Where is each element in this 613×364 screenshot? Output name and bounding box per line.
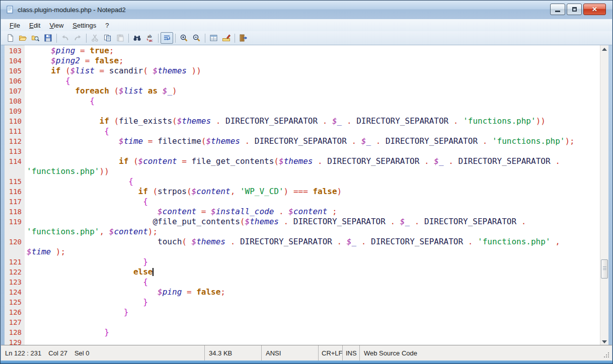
resize-grip-icon[interactable] <box>608 352 609 353</box>
maximize-button[interactable] <box>567 4 582 15</box>
line-numbers[interactable]: 1031041051061071081091101111121131141151… <box>5 45 25 346</box>
cut-button[interactable] <box>89 32 101 44</box>
exit-button[interactable] <box>237 32 250 44</box>
copy-button[interactable] <box>101 32 114 44</box>
status-encoding[interactable]: ANSI <box>261 345 318 360</box>
code-line[interactable]: $content = $install_code . $content ; <box>27 207 600 217</box>
line-number[interactable]: 110 <box>5 116 22 126</box>
paste-button[interactable] <box>114 32 126 44</box>
status-eol[interactable]: CR+LF <box>318 345 342 360</box>
code-line[interactable]: { <box>27 126 600 136</box>
line-number[interactable]: 125 <box>5 297 22 307</box>
close-button[interactable]: ✕ <box>583 4 606 15</box>
code-line[interactable]: touch( $themes . DIRECTORY_SEPARATOR . $… <box>27 237 600 247</box>
code-line[interactable]: if (file_exists($themes . DIRECTORY_SEPA… <box>27 116 600 126</box>
code-line[interactable]: $time = filectime($themes . DIRECTORY_SE… <box>27 136 600 146</box>
menu-help[interactable]: ? <box>101 20 113 31</box>
line-number[interactable]: 107 <box>5 86 22 96</box>
toolbar-separator <box>56 34 57 43</box>
menu-view[interactable]: View <box>45 20 68 31</box>
line-number[interactable]: 108 <box>5 96 22 106</box>
status-position[interactable]: Ln 122 : 231 Col 27 Sel 0 <box>1 345 204 360</box>
code-line[interactable]: 'functions.php', $content); <box>27 227 600 237</box>
code-line[interactable]: } <box>27 257 600 267</box>
line-number[interactable]: 119 <box>5 217 22 227</box>
minimize-button[interactable] <box>550 4 565 15</box>
code-line[interactable]: { <box>27 197 600 207</box>
line-number[interactable]: 112 <box>5 136 22 146</box>
word-wrap-button[interactable] <box>161 32 173 44</box>
code-line[interactable] <box>27 317 600 327</box>
code-line[interactable]: $time ); <box>27 247 600 257</box>
line-number[interactable]: 111 <box>5 126 22 136</box>
code-line[interactable]: 'functions.php')) <box>27 166 600 176</box>
open-file-button[interactable] <box>17 32 29 44</box>
line-number[interactable]: 106 <box>5 76 22 86</box>
syntax-scheme-button[interactable] <box>207 32 220 44</box>
menu-settings[interactable]: Settings <box>68 20 101 31</box>
line-number[interactable]: 104 <box>5 56 22 66</box>
line-number[interactable]: 103 <box>5 46 22 56</box>
line-number[interactable]: 126 <box>5 307 22 317</box>
scrollbar-thumb[interactable] <box>601 259 608 279</box>
line-number[interactable]: 117 <box>5 197 22 207</box>
code-line[interactable]: { <box>27 76 600 86</box>
code-line[interactable]: if (strpos($content, 'WP_V_CD') === fals… <box>27 187 600 197</box>
line-number[interactable]: 118 <box>5 207 22 217</box>
status-scheme[interactable]: Web Source Code <box>359 345 612 360</box>
code-line[interactable]: $ping = false; <box>27 287 600 297</box>
customize-schemes-button[interactable] <box>220 32 233 44</box>
undo-button[interactable] <box>59 32 71 44</box>
line-number[interactable]: 114 <box>5 156 22 166</box>
code-line[interactable]: if ($list = scandir( $themes )) <box>27 66 600 76</box>
code-line[interactable]: $ping = true; <box>27 46 600 56</box>
line-number[interactable]: 128 <box>5 327 22 337</box>
zoom-out-button[interactable] <box>190 32 203 44</box>
status-insert-mode[interactable]: INS <box>342 345 359 360</box>
menu-edit[interactable]: Edit <box>25 20 45 31</box>
code-line[interactable]: { <box>27 277 600 287</box>
zoom-in-button[interactable] <box>178 32 190 44</box>
title-bar[interactable]: class.plugin-modules.php - Notepad2 ✕ <box>1 1 612 19</box>
code-line[interactable]: foreach ($list as $_) <box>27 86 600 96</box>
line-number[interactable]: 115 <box>5 176 22 187</box>
code-line[interactable]: } <box>27 327 600 337</box>
code-line[interactable]: } <box>27 307 600 317</box>
line-number[interactable]: 122 <box>5 267 22 277</box>
line-number[interactable]: 124 <box>5 287 22 297</box>
toolbar-separator <box>86 34 87 43</box>
scrollbar-up-arrow-icon[interactable] <box>602 48 607 51</box>
app-icon <box>6 6 14 14</box>
line-number[interactable] <box>5 166 22 176</box>
find-button[interactable] <box>131 32 143 44</box>
line-number[interactable]: 123 <box>5 277 22 287</box>
code-line[interactable] <box>27 106 600 116</box>
redo-button[interactable] <box>71 32 84 44</box>
line-number[interactable]: 113 <box>5 146 22 156</box>
line-number[interactable]: 120 <box>5 237 22 247</box>
line-number[interactable]: 116 <box>5 187 22 197</box>
code-line[interactable]: if ($content = file_get_contents($themes… <box>27 156 600 166</box>
vertical-scrollbar[interactable] <box>600 45 608 346</box>
line-number[interactable] <box>5 247 22 257</box>
line-number[interactable]: 127 <box>5 317 22 327</box>
code-line[interactable]: } <box>27 297 600 307</box>
browse-files-button[interactable] <box>29 32 42 44</box>
replace-button[interactable]: ab ac <box>143 32 156 44</box>
code-line[interactable]: { <box>27 176 600 187</box>
code-line[interactable]: @file_put_contents($themes . DIRECTORY_S… <box>27 217 600 227</box>
line-number[interactable]: 109 <box>5 106 22 116</box>
status-line: Ln 122 : 231 <box>5 349 41 357</box>
line-number[interactable] <box>5 227 22 237</box>
save-file-button[interactable] <box>42 32 54 44</box>
code-line[interactable]: $ping2 = false; <box>27 56 600 66</box>
code-line[interactable]: else <box>27 267 600 277</box>
code-line[interactable] <box>27 146 600 156</box>
code-lines[interactable]: $ping = true; $ping2 = false; if ($list … <box>25 45 600 346</box>
new-file-button[interactable] <box>4 32 17 44</box>
menu-file[interactable]: File <box>5 20 25 31</box>
line-number[interactable]: 121 <box>5 257 22 267</box>
scrollbar-down-arrow-icon[interactable] <box>602 340 607 343</box>
line-number[interactable]: 105 <box>5 66 22 76</box>
code-line[interactable]: { <box>27 96 600 106</box>
